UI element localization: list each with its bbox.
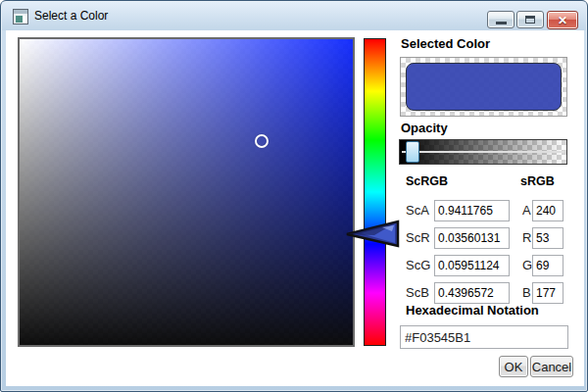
b-input[interactable] — [532, 282, 564, 304]
sca-label: ScA — [406, 200, 429, 221]
close-icon: ✕ — [558, 14, 567, 27]
scb-label: ScB — [406, 282, 429, 304]
hue-slider[interactable] — [364, 38, 386, 346]
scg-label: ScG — [406, 255, 430, 276]
scb-input[interactable] — [434, 282, 510, 304]
titlebar[interactable]: Select a Color ✕ — [2, 2, 586, 30]
g-input[interactable] — [532, 255, 564, 276]
selected-color-fill — [406, 63, 562, 111]
a-input[interactable] — [532, 200, 564, 221]
maximize-icon — [525, 16, 535, 24]
scr-input[interactable] — [434, 227, 510, 249]
r-input[interactable] — [532, 227, 564, 249]
select-color-dialog: Select a Color ✕ Selected Color — [0, 0, 588, 392]
dialog-body: Selected Color Opacity ScRGB sRGB ScA A … — [6, 30, 584, 386]
maximize-button[interactable] — [516, 11, 544, 28]
minimize-button[interactable] — [487, 11, 514, 28]
g-label: G — [522, 255, 532, 276]
a-label: A — [522, 200, 531, 221]
srgb-header: sRGB — [520, 174, 555, 188]
arrow-left-icon — [345, 220, 402, 248]
sv-gradient-overlay — [20, 39, 353, 345]
hexadecimal-label: Hexadecimal Notation — [406, 303, 539, 318]
opacity-label: Opacity — [401, 121, 448, 135]
opacity-slider[interactable] — [399, 139, 567, 165]
scr-label: ScR — [406, 227, 430, 249]
ok-button[interactable]: OK — [499, 356, 528, 377]
scg-input[interactable] — [434, 255, 510, 276]
window-title: Select a Color — [34, 2, 108, 30]
b-label: B — [522, 282, 531, 304]
scrgb-header: ScRGB — [406, 174, 448, 188]
opacity-slider-track[interactable] — [402, 151, 564, 153]
app-icon — [13, 9, 28, 24]
color-canvas-cursor[interactable] — [255, 134, 269, 148]
r-label: R — [522, 227, 531, 249]
sca-input[interactable] — [434, 200, 510, 221]
cancel-button[interactable]: Cancel — [530, 356, 573, 377]
hexadecimal-input[interactable] — [400, 325, 568, 349]
selected-color-label: Selected Color — [401, 36, 490, 51]
close-button[interactable]: ✕ — [547, 11, 578, 29]
hue-slider-thumb[interactable] — [345, 220, 402, 248]
minimize-icon — [496, 22, 507, 24]
selected-color-swatch — [400, 57, 567, 117]
opacity-slider-thumb[interactable] — [406, 141, 419, 163]
color-canvas[interactable] — [18, 37, 355, 347]
